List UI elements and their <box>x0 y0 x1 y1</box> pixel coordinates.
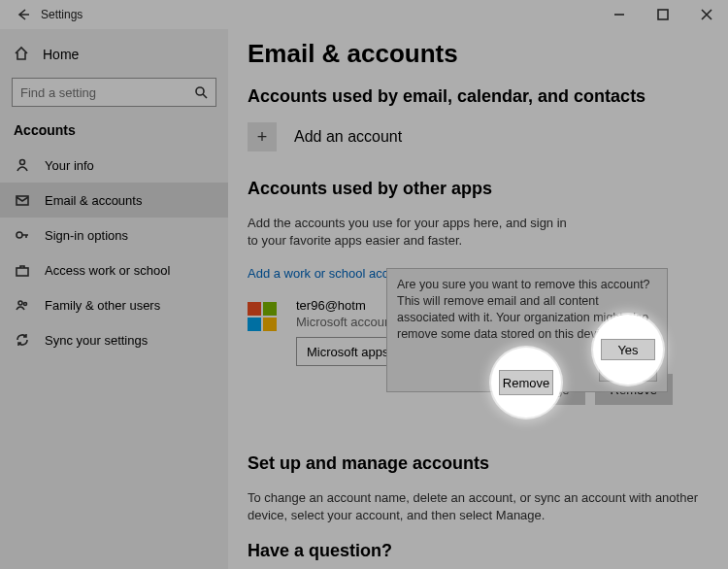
arrow-left-icon <box>15 7 30 22</box>
minimize-button[interactable] <box>597 0 641 29</box>
close-icon <box>699 7 714 22</box>
sidebar-item-label: Family & other users <box>45 298 160 313</box>
window-title: Settings <box>41 8 83 21</box>
home-icon <box>14 46 29 64</box>
plus-icon: + <box>248 122 277 151</box>
maximize-icon <box>655 7 671 22</box>
sidebar-item-your-info[interactable]: Your info <box>0 148 228 183</box>
section-title-question: Have a question? <box>248 541 709 561</box>
sidebar-item-label: Email & accounts <box>45 193 142 208</box>
sync-icon <box>14 332 31 348</box>
home-nav[interactable]: Home <box>0 37 228 72</box>
section-title-email: Accounts used by email, calendar, and co… <box>248 86 709 107</box>
svg-point-1 <box>196 87 204 95</box>
mail-icon <box>14 192 31 208</box>
sidebar-item-signin-options[interactable]: Sign-in options <box>0 218 228 252</box>
svg-point-7 <box>24 303 27 306</box>
svg-point-4 <box>17 232 22 238</box>
section-title-setup: Set up and manage accounts <box>248 453 709 474</box>
dialog-text: Are you sure you want to remove this acc… <box>397 277 657 343</box>
search-box[interactable] <box>12 78 216 107</box>
search-input[interactable] <box>12 78 216 107</box>
back-button[interactable] <box>8 7 37 22</box>
minimize-icon <box>612 7 627 22</box>
key-icon <box>14 227 31 243</box>
svg-rect-0 <box>658 10 668 19</box>
sidebar-item-email-accounts[interactable]: Email & accounts <box>0 183 228 218</box>
add-account-label: Add an account <box>294 128 402 146</box>
sidebar-item-label: Your info <box>45 158 94 173</box>
svg-point-6 <box>18 301 22 305</box>
section-desc-other-apps: Add the accounts you use for your apps h… <box>248 215 568 249</box>
search-icon <box>193 84 209 103</box>
dialog-yes-button[interactable]: Yes <box>599 358 657 382</box>
person-icon <box>14 157 31 173</box>
sidebar-item-label: Sync your settings <box>45 333 148 348</box>
sidebar-item-sync[interactable]: Sync your settings <box>0 322 228 357</box>
maximize-button[interactable] <box>641 0 684 29</box>
briefcase-icon <box>14 262 31 278</box>
microsoft-logo-icon <box>248 302 277 331</box>
svg-rect-5 <box>17 268 28 276</box>
svg-point-2 <box>20 160 25 165</box>
remove-confirm-dialog: Are you sure you want to remove this acc… <box>386 268 668 392</box>
sidebar: Home Accounts Your info Email & accounts <box>0 29 228 569</box>
titlebar: Settings <box>0 0 728 29</box>
sidebar-item-family[interactable]: Family & other users <box>0 287 228 322</box>
sidebar-item-label: Access work or school <box>45 263 170 278</box>
sidebar-item-label: Sign-in options <box>45 228 128 243</box>
sidebar-item-access-work[interactable]: Access work or school <box>0 252 228 287</box>
people-icon <box>14 297 31 313</box>
add-account-row[interactable]: + Add an account <box>248 122 709 151</box>
category-heading: Accounts <box>0 107 228 148</box>
section-title-other-apps: Accounts used by other apps <box>248 179 709 199</box>
home-label: Home <box>43 47 79 62</box>
section-desc-setup: To change an account name, delete an acc… <box>248 489 709 523</box>
page-title: Email & accounts <box>248 39 709 69</box>
close-button[interactable] <box>684 0 728 29</box>
